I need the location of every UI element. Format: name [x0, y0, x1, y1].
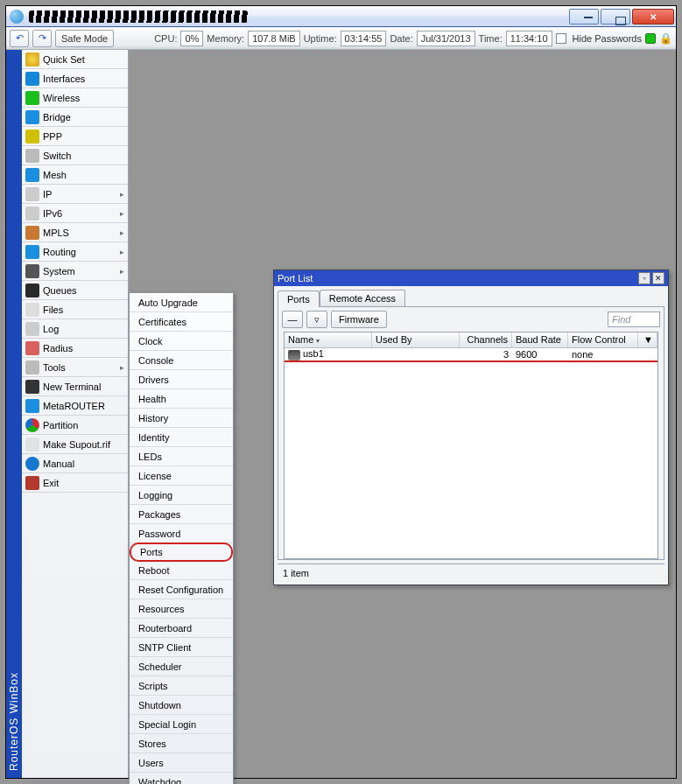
sidebar-item-exit[interactable]: Exit — [22, 473, 128, 493]
sidebar-item-ip[interactable]: IP▸ — [22, 185, 128, 204]
ports-table: Name Used By Channels Baud Rate Flow Con… — [284, 332, 658, 559]
submenu-item-identity[interactable]: Identity — [130, 428, 233, 447]
tab-ports[interactable]: Ports — [278, 290, 320, 307]
submenu-item-shutdown[interactable]: Shutdown — [130, 696, 233, 715]
system-submenu: Auto UpgradeCertificatesClockConsoleDriv… — [129, 292, 234, 784]
submenu-item-watchdog[interactable]: Watchdog — [130, 773, 233, 784]
sidebar-item-metarouter[interactable]: MetaROUTER — [22, 396, 128, 416]
col-baud[interactable]: Baud Rate — [512, 332, 568, 347]
submenu-item-password[interactable]: Password — [130, 524, 233, 543]
submenu-item-health[interactable]: Health — [130, 389, 233, 409]
submenu-item-special-login[interactable]: Special Login — [130, 715, 233, 734]
submenu-item-label: Health — [138, 394, 166, 404]
exit-icon — [25, 476, 39, 490]
queues-icon — [25, 284, 39, 298]
submenu-item-license[interactable]: License — [130, 466, 233, 486]
close-button[interactable] — [632, 9, 674, 24]
lock-icon: 🔒 — [659, 32, 672, 45]
submenu-item-clock[interactable]: Clock — [130, 332, 233, 351]
submenu-item-routerboard[interactable]: Routerboard — [130, 619, 233, 638]
safe-mode-button[interactable]: Safe Mode — [55, 30, 114, 47]
titlebar[interactable] — [6, 6, 676, 27]
redo-button[interactable]: ↷ — [32, 30, 52, 47]
submenu-item-label: Auto Upgrade — [138, 298, 198, 308]
sidebar-item-mesh[interactable]: Mesh — [22, 165, 128, 185]
submenu-item-sntp-client[interactable]: SNTP Client — [130, 638, 233, 657]
submenu-item-leds[interactable]: LEDs — [130, 447, 233, 466]
sidebar-item-system[interactable]: System▸ — [22, 262, 128, 281]
submenu-item-label: Clock — [138, 336, 163, 346]
submenu-item-certificates[interactable]: Certificates — [130, 312, 233, 332]
sidebar-item-log[interactable]: Log — [22, 319, 128, 339]
filter-button[interactable]: ▿ — [306, 311, 327, 328]
submenu-item-label: Users — [138, 758, 164, 768]
tab-remote-access[interactable]: Remote Access — [320, 290, 405, 306]
submenu-item-packages[interactable]: Packages — [130, 505, 233, 524]
remove-button[interactable]: — — [282, 311, 303, 328]
mesh-icon — [25, 168, 39, 182]
submenu-item-stores[interactable]: Stores — [130, 734, 233, 753]
sidebar-item-mpls[interactable]: MPLS▸ — [22, 223, 128, 242]
portlist-restore-button[interactable]: ▫ — [638, 272, 650, 284]
submenu-item-reboot[interactable]: Reboot — [130, 561, 233, 580]
sidebar-item-partition[interactable]: Partition — [22, 416, 128, 435]
sidebar-item-ppp[interactable]: PPP — [22, 127, 128, 146]
table-row[interactable]: usb1 3 9600 none — [285, 348, 657, 362]
sidebar-item-wireless[interactable]: Wireless — [22, 88, 128, 108]
col-dropdown[interactable]: ▼ — [638, 332, 657, 347]
sidebar-item-new-terminal[interactable]: New Terminal — [22, 377, 128, 396]
col-usedby[interactable]: Used By — [372, 332, 460, 347]
sidebar-item-quick-set[interactable]: Quick Set — [22, 50, 128, 69]
submenu-item-label: Certificates — [138, 317, 186, 327]
submenu-item-reset-configuration[interactable]: Reset Configuration — [130, 580, 233, 599]
submenu-item-resources[interactable]: Resources — [130, 599, 233, 619]
submenu-item-ports[interactable]: Ports — [130, 542, 233, 562]
col-name[interactable]: Name — [285, 332, 372, 347]
sidebar-item-label: MPLS — [43, 228, 69, 238]
sidebar-item-bridge[interactable]: Bridge — [22, 108, 128, 127]
terminal-icon — [25, 380, 39, 394]
minus-icon: — — [288, 314, 298, 325]
minimize-button[interactable] — [569, 9, 599, 24]
sidebar-item-switch[interactable]: Switch — [22, 146, 128, 165]
firmware-button[interactable]: Firmware — [331, 311, 387, 328]
sidebar-item-make-supout-rif[interactable]: Make Supout.rif — [22, 435, 128, 454]
submenu-item-label: Scheduler — [138, 662, 182, 672]
sidebar-item-routing[interactable]: Routing▸ — [22, 242, 128, 262]
sidebar-item-label: IP — [43, 189, 52, 200]
submenu-item-auto-upgrade[interactable]: Auto Upgrade — [130, 293, 233, 312]
submenu-item-logging[interactable]: Logging — [130, 486, 233, 505]
col-channels[interactable]: Channels — [460, 332, 512, 347]
sidebar-item-interfaces[interactable]: Interfaces — [22, 69, 128, 88]
submenu-item-scripts[interactable]: Scripts — [130, 676, 233, 696]
portlist-close-button[interactable]: ✕ — [652, 272, 664, 284]
undo-button[interactable]: ↶ — [10, 30, 29, 47]
col-flow[interactable]: Flow Control — [568, 332, 638, 347]
sidebar-item-manual[interactable]: Manual — [22, 454, 128, 473]
submenu-item-drivers[interactable]: Drivers — [130, 370, 233, 389]
sidebar-item-queues[interactable]: Queues — [22, 281, 128, 300]
submenu-item-label: Drivers — [138, 374, 169, 385]
sidebar-item-files[interactable]: Files — [22, 300, 128, 319]
supout-icon — [25, 438, 39, 452]
sidebar-item-radius[interactable]: Radius — [22, 339, 128, 358]
hide-passwords-checkbox[interactable] — [556, 33, 566, 44]
manual-icon — [25, 457, 39, 471]
sidebar-item-label: Manual — [43, 458, 74, 469]
close-icon — [650, 11, 657, 22]
submenu-item-scheduler[interactable]: Scheduler — [130, 657, 233, 676]
find-input[interactable]: Find — [608, 312, 660, 327]
sidebar-item-tools[interactable]: Tools▸ — [22, 358, 128, 377]
sidebar-item-ipv6[interactable]: IPv6▸ — [22, 204, 128, 223]
maximize-button[interactable] — [601, 9, 630, 24]
submenu-item-history[interactable]: History — [130, 409, 233, 428]
portlist-titlebar[interactable]: Port List ▫ ✕ — [274, 270, 668, 286]
radius-icon — [25, 341, 39, 355]
portlist-window[interactable]: Port List ▫ ✕ Ports Remote Access — ▿ Fi… — [273, 270, 669, 585]
quick-icon — [25, 52, 39, 66]
submenu-item-users[interactable]: Users — [130, 753, 233, 773]
submenu-item-label: Console — [138, 355, 173, 366]
submenu-item-console[interactable]: Console — [130, 351, 233, 370]
memory-value: 107.8 MiB — [248, 31, 300, 46]
wireless-icon — [25, 91, 39, 105]
